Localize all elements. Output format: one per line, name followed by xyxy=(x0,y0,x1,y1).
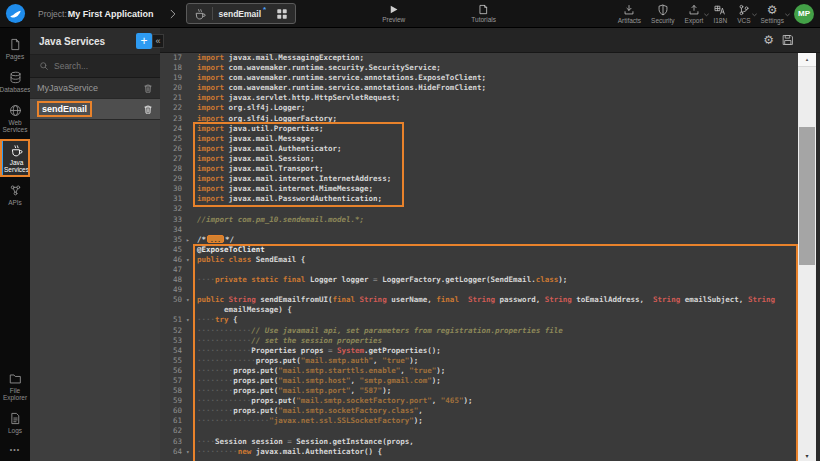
code-segment: import xyxy=(197,114,224,124)
search-icon xyxy=(39,61,49,71)
tutorials-label: Tutorials xyxy=(471,16,496,23)
code-line: 31import javax.mail.PasswordAuthenticati… xyxy=(160,194,798,204)
sidebar-item-pages[interactable]: Pages xyxy=(0,33,30,64)
editor-settings-gear-icon[interactable]: ⚙ xyxy=(763,34,774,46)
i18n-button[interactable]: I18N xyxy=(708,4,732,24)
service-list-item-myjavaservice[interactable]: MyJavaService xyxy=(30,78,160,99)
code-segment: String xyxy=(653,295,685,305)
code-segment: ········ xyxy=(197,376,233,386)
code-segment: import xyxy=(197,103,224,113)
code-line: emailMessage) { xyxy=(160,305,798,315)
add-service-button[interactable]: + xyxy=(136,33,152,49)
security-shield-icon xyxy=(657,4,669,16)
code-line: 28import javax.mail.Transport; xyxy=(160,164,798,174)
code-line: 22import org.slf4j.Logger; xyxy=(160,103,798,113)
code-segment: ············ xyxy=(197,326,251,336)
code-segment: props.put( xyxy=(233,376,278,386)
save-file-icon[interactable] xyxy=(782,34,794,46)
tab-separator xyxy=(212,7,213,20)
code-segment: ···· xyxy=(197,315,215,325)
code-segment: ); xyxy=(409,356,418,366)
fold-gutter xyxy=(186,366,197,376)
code-line: 19import com.wavemaker.runtime.service.a… xyxy=(160,73,798,83)
code-segment: org.slf4j.LoggerFactory; xyxy=(224,114,337,124)
fold-marker-icon[interactable]: ▾ xyxy=(186,295,197,305)
code-line: 32 xyxy=(160,204,798,214)
editor-right-edge xyxy=(816,53,820,461)
code-segment: ); xyxy=(432,376,441,386)
code-segment: import xyxy=(197,73,224,83)
preview-button[interactable]: Preview xyxy=(382,4,405,23)
delete-service-button[interactable] xyxy=(143,104,153,115)
line-number: 51 xyxy=(160,315,186,325)
sidebar-item-file-explorer[interactable]: File Explorer xyxy=(0,367,30,405)
artifacts-button[interactable]: Artifacts xyxy=(613,4,646,24)
line-number: 34 xyxy=(160,225,186,235)
sidebar-spacer xyxy=(0,212,30,367)
sidebar-item-apis[interactable]: APIs xyxy=(0,179,30,210)
fold-marker-icon[interactable]: ▾ xyxy=(186,255,197,265)
sidebar-item-logs[interactable]: Logs xyxy=(0,407,30,438)
service-search[interactable] xyxy=(30,55,160,78)
code-segment: //import com.pm_10.sendemail.model.*; xyxy=(197,215,364,225)
project-breadcrumb[interactable]: Project:My First Application xyxy=(38,9,154,19)
apis-icon xyxy=(9,184,22,197)
code-line: 18import com.wavemaker.runtime.security.… xyxy=(160,63,798,73)
action-label: Settings xyxy=(761,17,785,24)
scroll-up-button[interactable]: ▴ xyxy=(798,53,816,67)
web-services-icon xyxy=(9,104,22,117)
fold-gutter xyxy=(186,83,197,93)
fold-gutter xyxy=(186,305,197,315)
fold-gutter xyxy=(186,63,197,73)
fold-gutter xyxy=(186,114,197,124)
editor-scrollbar[interactable]: ▴ ▾ xyxy=(798,53,816,461)
service-list-item-sendemail[interactable]: sendEmail xyxy=(30,99,160,120)
sidebar-item-java-services[interactable]: Java Services xyxy=(0,139,30,177)
fold-marker-icon[interactable]: ▸ xyxy=(186,235,197,245)
wavemaker-logo-icon[interactable] xyxy=(0,0,30,28)
code-segment: com.wavemaker.runtime.service.annotation… xyxy=(224,83,486,93)
tutorials-button[interactable]: Tutorials xyxy=(471,4,496,23)
code-segment: { xyxy=(229,315,238,325)
settings-button[interactable]: ⚙Settings xyxy=(756,4,790,24)
sidebar-item-web-services[interactable]: Web Services xyxy=(0,99,30,137)
sidebar-item-label: Web Services xyxy=(0,119,30,133)
code-segment: ············ xyxy=(197,336,251,346)
delete-service-button[interactable] xyxy=(143,83,153,94)
code-segment: import xyxy=(197,184,224,194)
code-segment: ···· xyxy=(197,275,215,285)
collapse-panel-button[interactable]: « xyxy=(152,34,164,48)
scrollbar-thumb[interactable] xyxy=(799,127,815,265)
fold-marker-icon[interactable]: ▾ xyxy=(186,315,197,325)
service-list: MyJavaServicesendEmail xyxy=(30,78,160,120)
collapsed-comment-badge[interactable]: ... xyxy=(207,235,224,243)
line-number: 45 xyxy=(160,245,186,255)
code-segment: try xyxy=(215,315,229,325)
code-editor[interactable]: ⚙ 17import javax.mail.MessagingException… xyxy=(160,28,820,461)
logs-icon xyxy=(9,412,22,425)
code-line: 23import org.slf4j.LoggerFactory; xyxy=(160,114,798,124)
code-segment: "mail.smtp.port" xyxy=(278,386,350,396)
fold-gutter xyxy=(186,174,197,184)
code-segment: import xyxy=(197,194,224,204)
code-line: 59············props.put("mail.smtp.socke… xyxy=(160,396,798,406)
search-input[interactable] xyxy=(54,61,140,71)
code-segment: import xyxy=(197,93,224,103)
user-avatar[interactable]: MP xyxy=(794,4,814,24)
line-number: 20 xyxy=(160,83,186,93)
java-services-icon xyxy=(10,144,23,157)
code-segment: ············ xyxy=(197,346,251,356)
fold-gutter xyxy=(186,154,197,164)
fold-marker-icon[interactable]: ▾ xyxy=(186,447,197,457)
code-area[interactable]: 17import javax.mail.MessagingException;1… xyxy=(160,53,798,461)
security-button[interactable]: Security xyxy=(646,4,679,24)
tab-sendemail[interactable]: sendEmail * xyxy=(186,3,297,24)
line-number: 48 xyxy=(160,275,186,285)
code-segment: javax.mail.PasswordAuthentication; xyxy=(224,194,382,204)
grid-icon[interactable] xyxy=(276,8,288,20)
sidebar-item-databases[interactable]: Databases xyxy=(0,66,30,97)
export-button[interactable]: Export xyxy=(680,4,709,24)
code-segment: toEmailAddress, xyxy=(576,295,653,305)
sidebar-more-button[interactable]: ••• xyxy=(0,440,30,461)
vcs-button[interactable]: VCS xyxy=(732,4,755,24)
